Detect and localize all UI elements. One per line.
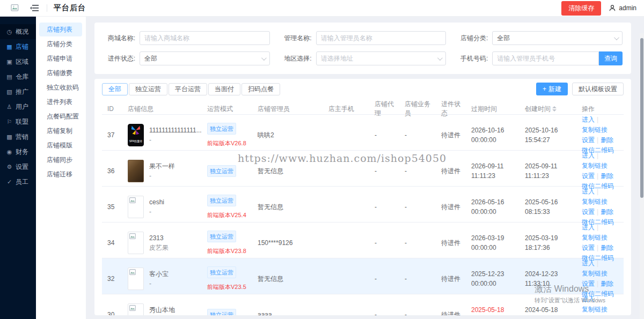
cell-agent: -: [369, 274, 399, 284]
op-copy-link[interactable]: 复制链接: [582, 270, 608, 277]
divider: [47, 4, 47, 12]
submenu-item-6[interactable]: 点餐码配置: [36, 109, 86, 124]
table-row-32[interactable]: 32 客小宝 - 独立运营 前端版本V23.5 暂无信息 - - 待进件 202…: [102, 258, 624, 294]
cell-operations: 进入|复制链接 设置|删除 微信二维码: [576, 187, 624, 227]
cell-agent: -: [369, 166, 399, 176]
submenu-item-7[interactable]: 店铺复制: [36, 124, 86, 138]
cell-salesman: -: [399, 238, 436, 248]
mode-tag[interactable]: 独立运营: [207, 231, 236, 242]
alliance-icon: ⚐: [6, 118, 13, 125]
mode-tag[interactable]: 独立运营: [207, 266, 236, 278]
filter-input-1-0[interactable]: [140, 31, 270, 45]
op-enter-link[interactable]: 进入: [582, 259, 595, 267]
filter-panel: 商城名称: 管理名称: 店铺分类: 全部 进件状态: 全部 地区选择: 请选择地…: [94, 23, 631, 74]
submenu-item-10[interactable]: 店铺迁移: [36, 167, 86, 182]
op-enter-link[interactable]: 进入: [582, 224, 595, 231]
submenu-item-4[interactable]: 独立收款码: [36, 80, 86, 95]
mode-tag[interactable]: 独立运营: [207, 195, 236, 206]
sidebar-item-7[interactable]: ▩ 营销: [0, 129, 36, 144]
op-enter-link[interactable]: 进入: [582, 116, 595, 123]
cell-operations: 进入|复制链接 设置|删除 微信二维码: [576, 151, 624, 191]
op-delete-link[interactable]: 删除: [601, 208, 613, 216]
mode-tag[interactable]: 独立运营: [207, 123, 236, 135]
submenu-item-5[interactable]: 进件列表: [36, 95, 86, 109]
filter-select-1-2[interactable]: 全部: [492, 31, 623, 45]
op-copy-link[interactable]: 复制链接: [582, 198, 608, 205]
sidebar-item-6[interactable]: ⚐ 联盟: [0, 114, 36, 129]
op-settings-link[interactable]: 设置: [582, 172, 595, 180]
op-settings-link[interactable]: 设置: [582, 208, 595, 216]
submenu-item-2[interactable]: 店铺申请: [36, 51, 86, 66]
shop-thumbnail-broken: [128, 232, 144, 254]
op-delete-link[interactable]: 删除: [601, 136, 613, 144]
submenu-item-3[interactable]: 店铺缴费: [36, 66, 86, 80]
cell-shop-info: ceshi -: [122, 196, 202, 218]
new-button[interactable]: + 新建: [536, 83, 568, 95]
op-settings-link[interactable]: 设置: [582, 280, 595, 287]
op-settings-link[interactable]: 设置: [582, 136, 595, 144]
sidebar-item-0[interactable]: ◷ 概况: [0, 24, 36, 39]
broken-image-icon: [129, 269, 136, 276]
filter-select-2-0[interactable]: 全部: [140, 51, 270, 65]
submenu-item-8[interactable]: 店铺模版: [36, 138, 86, 153]
sidebar-item-8[interactable]: ◉ 财务: [0, 144, 36, 159]
sidebar-item-9[interactable]: ⚙ 设置: [0, 159, 36, 174]
sidebar-item-label: 用户: [16, 102, 28, 112]
submenu-item-9[interactable]: 店铺同步: [36, 153, 86, 167]
op-copy-link[interactable]: 复制链接: [582, 306, 608, 313]
op-copy-link[interactable]: 复制链接: [582, 234, 608, 241]
column-header-0: ID: [102, 105, 122, 113]
op-copy-link[interactable]: 复制链接: [582, 162, 608, 169]
op-enter-link[interactable]: 进入: [582, 152, 595, 159]
table-row-36[interactable]: 36 果不一样 - 独立运营 暂无信息 - - 待进件 2026-09-11 1…: [102, 151, 624, 187]
column-header-9[interactable]: 创建时间: [519, 105, 576, 114]
op-delete-link[interactable]: 删除: [601, 172, 613, 180]
sort-icon[interactable]: [552, 106, 557, 112]
search-button[interactable]: 查询: [599, 51, 623, 65]
shop-thumbnail: SPA悦曼诗: [128, 124, 144, 146]
mode-tag[interactable]: 独立运营: [207, 165, 236, 177]
tab-0[interactable]: 全部: [102, 83, 128, 95]
tab-1[interactable]: 独立运营: [129, 83, 167, 95]
sidebar-item-3[interactable]: ▤ 仓库: [0, 69, 36, 84]
sidebar-item-2[interactable]: ▣ 区域: [0, 54, 36, 69]
mode-tag[interactable]: 独立运营: [207, 309, 236, 315]
sidebar-item-label: 概况: [16, 27, 28, 36]
default-template-button[interactable]: 默认模板设置: [572, 83, 624, 95]
op-copy-link[interactable]: 复制链接: [582, 126, 608, 133]
filter-select-2-1[interactable]: 请选择地址: [316, 51, 447, 65]
clear-cache-button[interactable]: 清除缓存: [561, 1, 601, 16]
sidebar-item-4[interactable]: ▧ 推广: [0, 84, 36, 99]
cell-id: 30: [102, 310, 122, 315]
op-settings-link[interactable]: 设置: [582, 244, 595, 251]
page-title: 平台后台: [54, 3, 86, 13]
broken-image-icon: [129, 305, 136, 311]
op-delete-link[interactable]: 删除: [601, 244, 613, 251]
sidebar-item-1[interactable]: ▦ 店铺: [0, 39, 36, 54]
table-row-30[interactable]: 30 秀山本地 - 独立运营 aaaa - - 待进件 2025-05-18 0…: [102, 294, 624, 315]
submenu-item-0[interactable]: 店铺列表: [39, 23, 82, 36]
tab-2[interactable]: 平台运营: [169, 83, 207, 95]
cell-operations: 进入|复制链接 设置|删除 微信二维码: [576, 258, 624, 299]
op-enter-link[interactable]: 进入: [582, 188, 595, 195]
op-enter-link[interactable]: 进入: [582, 295, 595, 303]
scrollbar-thumb[interactable]: [640, 38, 643, 198]
table-row-37[interactable]: 37 SPA悦曼诗 111111111111111... - 独立运营 前端版本…: [102, 115, 624, 151]
filter-input-2-2[interactable]: [492, 51, 599, 65]
sidebar-item-5[interactable]: ♙ 用户: [0, 99, 36, 114]
cell-agent: -: [369, 310, 399, 315]
shop-icon: ▦: [6, 43, 13, 50]
tab-4[interactable]: 扫码点餐: [241, 83, 280, 95]
submenu-item-1[interactable]: 店铺分类: [36, 37, 86, 51]
cell-mode: 独立运营 前端版本V23.5: [202, 266, 252, 292]
cell-agent: -: [369, 130, 399, 140]
table-row-35[interactable]: 35 ceshi - 独立运营 前端版本V25.4 暂无信息 - - 待进件 2…: [102, 187, 624, 222]
phone-input[interactable]: [497, 55, 594, 62]
filter-input-1-1[interactable]: [316, 31, 447, 45]
tab-3[interactable]: 当面付: [208, 83, 240, 95]
user-menu[interactable]: admin: [609, 4, 636, 12]
op-delete-link[interactable]: 删除: [601, 280, 613, 287]
sidebar-item-10[interactable]: ✓ 员工: [0, 174, 36, 189]
menu-fold-icon[interactable]: [30, 4, 39, 12]
table-row-34[interactable]: 34 2313 皮艺果 独立运营 前端版本V23.8 150****9126 -…: [102, 222, 624, 258]
